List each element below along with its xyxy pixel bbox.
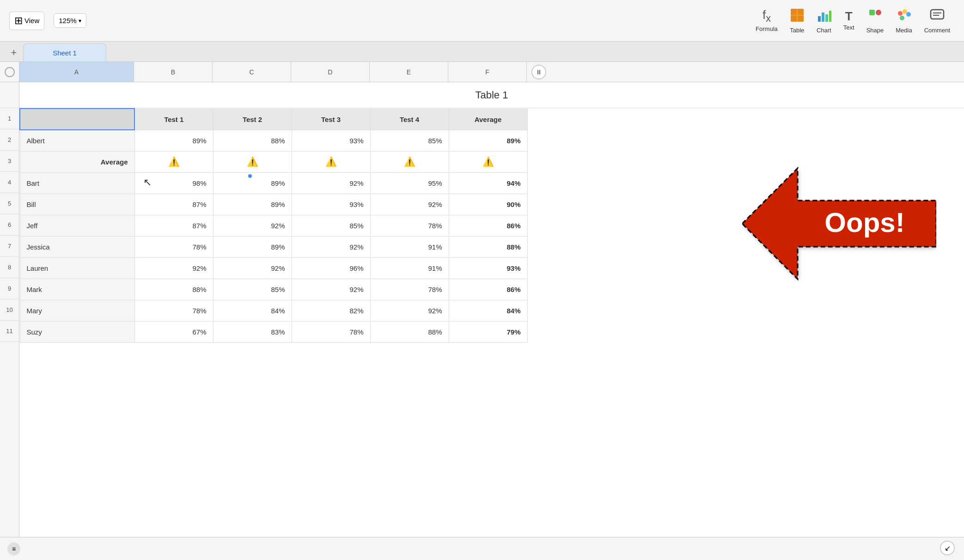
comment-button[interactable]: Comment [920, 5, 955, 37]
cell-mark-t4[interactable]: 78% [370, 279, 449, 300]
cell-mary-t2[interactable]: 84% [213, 300, 292, 321]
name-cell-lauren[interactable]: Lauren [20, 257, 134, 279]
row-num-3[interactable]: 3 [0, 151, 19, 172]
table-button[interactable]: Table [785, 5, 809, 37]
col-header-E[interactable]: E [370, 62, 448, 82]
col-header-C[interactable]: C [213, 62, 291, 82]
cell-mark-t3[interactable]: 92% [292, 279, 370, 300]
name-cell-suzy[interactable]: Suzy [20, 321, 134, 342]
cell-albert-t3[interactable]: 93% [292, 130, 370, 151]
cell-bill-t4[interactable]: 92% [370, 194, 449, 215]
cell-jeff-t3[interactable]: 85% [292, 215, 370, 236]
media-button[interactable]: Media [891, 5, 916, 37]
col-header-D[interactable]: D [291, 62, 370, 82]
col-header-test2[interactable]: Test 2 [213, 109, 292, 130]
cell-suzy-t3[interactable]: 78% [292, 321, 370, 342]
row-num-1[interactable]: 1 [0, 108, 19, 129]
name-cell-bill[interactable]: Bill [20, 194, 134, 215]
cell-bart-t2[interactable]: 89% [213, 172, 292, 194]
col-header-name[interactable] [20, 109, 134, 130]
col-header-test3[interactable]: Test 3 [292, 109, 370, 130]
shape-button[interactable]: Shape [862, 5, 889, 37]
cell-albert-t1[interactable]: 89% [134, 130, 213, 151]
cell-suzy-t2[interactable]: 83% [213, 321, 292, 342]
cell-albert-t2[interactable]: 88% [213, 130, 292, 151]
name-cell-mark[interactable]: Mark [20, 279, 134, 300]
cell-jeff-t1[interactable]: 87% [134, 215, 213, 236]
formula-button[interactable]: fx Formula [751, 6, 782, 35]
name-cell-albert[interactable]: Albert [20, 130, 134, 151]
cell-suzy-t4[interactable]: 88% [370, 321, 449, 342]
row-num-8[interactable]: 8 [0, 257, 19, 278]
cell-avg-t2[interactable]: ⚠️ [213, 151, 292, 172]
row-num-2[interactable]: 2 [0, 129, 19, 151]
chart-button[interactable]: Chart [812, 5, 836, 37]
cell-lauren-t2[interactable]: 92% [213, 257, 292, 279]
cell-bart-t4[interactable]: 95% [370, 172, 449, 194]
cell-mark-t2[interactable]: 85% [213, 279, 292, 300]
name-cell-bart[interactable]: Bart [20, 172, 134, 194]
row-num-11[interactable]: 11 [0, 321, 19, 342]
cell-mary-t1[interactable]: 78% [134, 300, 213, 321]
cell-mary-t4[interactable]: 92% [370, 300, 449, 321]
resize-handle[interactable] [248, 174, 252, 178]
cell-mary-t3[interactable]: 82% [292, 300, 370, 321]
cell-suzy-avg[interactable]: 79% [449, 321, 527, 342]
cell-bart-t3[interactable]: 92% [292, 172, 370, 194]
cell-jessica-t4[interactable]: 91% [370, 236, 449, 257]
cell-mary-avg[interactable]: 84% [449, 300, 527, 321]
select-all-circle[interactable] [5, 67, 15, 77]
cell-albert-t4[interactable]: 85% [370, 130, 449, 151]
cell-avg-t1[interactable]: ⚠️ [134, 151, 213, 172]
cell-jessica-t2[interactable]: 89% [213, 236, 292, 257]
cell-avg-t3[interactable]: ⚠️ [292, 151, 370, 172]
row-num-5[interactable]: 5 [0, 193, 19, 214]
cell-jessica-t3[interactable]: 92% [292, 236, 370, 257]
add-sheet-button[interactable]: + [5, 42, 23, 61]
cell-bart-t1[interactable]: 98% [134, 172, 213, 194]
cell-bill-t2[interactable]: 89% [213, 194, 292, 215]
cell-lauren-t3[interactable]: 96% [292, 257, 370, 279]
cell-lauren-avg[interactable]: 93% [449, 257, 527, 279]
cell-jeff-avg[interactable]: 86% [449, 215, 527, 236]
view-button[interactable]: ⊞ View [9, 12, 44, 30]
row-num-10[interactable]: 10 [0, 299, 19, 321]
zoom-button[interactable]: 125% ▾ [54, 13, 86, 28]
cell-lauren-t4[interactable]: 91% [370, 257, 449, 279]
cell-jessica-t1[interactable]: 78% [134, 236, 213, 257]
cell-jeff-t2[interactable]: 92% [213, 215, 292, 236]
col-header-F[interactable]: F [448, 62, 527, 82]
name-cell-mary[interactable]: Mary [20, 300, 134, 321]
row-num-9[interactable]: 9 [0, 278, 19, 299]
cell-bill-t3[interactable]: 93% [292, 194, 370, 215]
cell-mark-avg[interactable]: 86% [449, 279, 527, 300]
row-num-7[interactable]: 7 [0, 236, 19, 257]
col-header-A[interactable]: A [19, 62, 134, 82]
name-cell-jeff[interactable]: Jeff [20, 215, 134, 236]
cell-mark-t1[interactable]: 88% [134, 279, 213, 300]
name-cell-average[interactable]: Average [20, 151, 134, 172]
bottom-resize-button[interactable]: ↙ [940, 541, 955, 555]
cell-bill-avg[interactable]: 90% [449, 194, 527, 215]
name-cell-jessica[interactable]: Jessica [20, 236, 134, 257]
col-header-test4[interactable]: Test 4 [370, 109, 449, 130]
sheet1-tab[interactable]: Sheet 1 [23, 43, 106, 61]
cell-avg-avg[interactable]: ⚠️ [449, 151, 527, 172]
cell-avg-t4[interactable]: ⚠️ [370, 151, 449, 172]
col-header-B[interactable]: B [134, 62, 213, 82]
cell-bill-t1[interactable]: 87% [134, 194, 213, 215]
row-num-4[interactable]: 4 [0, 172, 19, 193]
row-num-6[interactable]: 6 [0, 214, 19, 236]
cell-suzy-t1[interactable]: 67% [134, 321, 213, 342]
text-button[interactable]: T Text [839, 7, 859, 34]
cell-lauren-t1[interactable]: 92% [134, 257, 213, 279]
col-header-test1[interactable]: Test 1 [134, 109, 213, 130]
cell-albert-avg[interactable]: 89% [449, 130, 527, 151]
cell-jessica-avg[interactable]: 88% [449, 236, 527, 257]
oops-arrow[interactable]: Oops! [742, 164, 936, 284]
bottom-menu-button[interactable]: ≡ [7, 542, 20, 555]
cell-jeff-t4[interactable]: 78% [370, 215, 449, 236]
cell-bart-avg[interactable]: 94% [449, 172, 527, 194]
pause-button[interactable]: ⏸ [531, 65, 546, 79]
col-header-average[interactable]: Average [449, 109, 527, 130]
